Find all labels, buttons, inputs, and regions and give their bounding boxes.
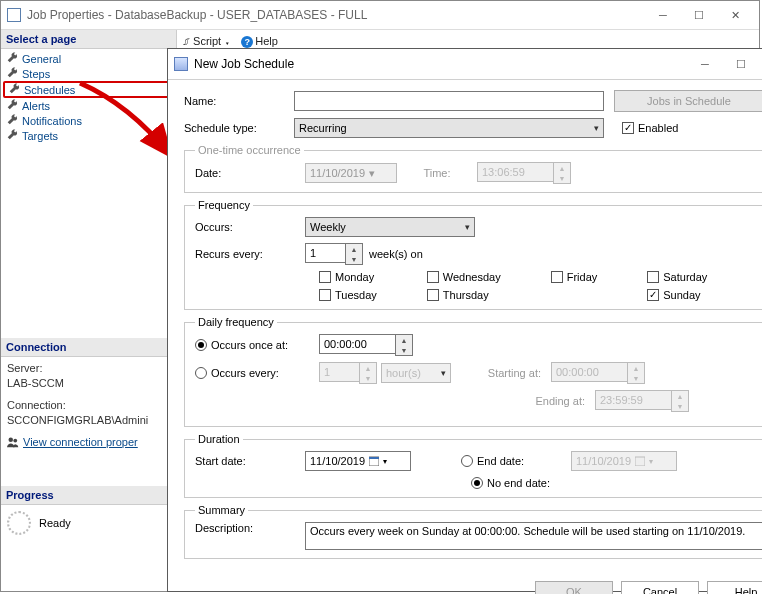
summary-legend: Summary xyxy=(195,504,248,516)
checkbox-icon xyxy=(622,122,634,134)
svg-point-0 xyxy=(9,437,14,442)
chevron-down-icon: ▾ xyxy=(594,123,599,133)
help-icon: ? xyxy=(241,36,253,48)
onetime-date-picker: 11/10/2019▾ xyxy=(305,163,397,183)
svg-point-1 xyxy=(13,438,17,442)
daily-legend: Daily frequency xyxy=(195,316,277,328)
summary-fieldset: Summary Description: xyxy=(184,504,762,559)
server-label: Server: xyxy=(7,361,170,376)
calendar-icon xyxy=(369,456,379,466)
window-title: Job Properties - DatabaseBackup - USER_D… xyxy=(27,8,645,22)
duration-fieldset: Duration Start date: 11/10/2019▾ End dat… xyxy=(184,433,762,498)
minimize-button[interactable]: ─ xyxy=(645,4,681,26)
occurs-every-unit-select: hour(s)▾ xyxy=(381,363,451,383)
description-label: Description: xyxy=(195,522,305,534)
progress-header: Progress xyxy=(1,486,176,505)
sunday-checkbox[interactable]: Sunday xyxy=(647,289,707,301)
dialog-title: New Job Schedule xyxy=(194,57,687,71)
chevron-down-icon: ▾ xyxy=(465,222,470,232)
titlebar: Job Properties - DatabaseBackup - USER_D… xyxy=(1,1,759,30)
progress-label: Ready xyxy=(39,517,71,529)
nav-notifications[interactable]: Notifications xyxy=(1,113,176,128)
occurs-every-spinner: ▲▼ xyxy=(319,362,377,384)
saturday-checkbox[interactable]: Saturday xyxy=(647,271,707,283)
friday-checkbox[interactable]: Friday xyxy=(551,271,598,283)
occurs-select[interactable]: Weekly▾ xyxy=(305,217,475,237)
nav-steps[interactable]: Steps xyxy=(1,66,176,81)
nav-general[interactable]: General xyxy=(1,51,176,66)
thursday-checkbox[interactable]: Thursday xyxy=(427,289,501,301)
frequency-fieldset: Frequency Occurs: Weekly▾ Recurs every: … xyxy=(184,199,762,310)
cancel-button[interactable]: Cancel xyxy=(621,581,699,594)
wednesday-checkbox[interactable]: Wednesday xyxy=(427,271,501,283)
schedule-type-label: Schedule type: xyxy=(184,122,294,134)
occurs-every-radio[interactable]: Occurs every: xyxy=(195,367,319,379)
nav-label: Alerts xyxy=(22,100,50,112)
name-input[interactable] xyxy=(294,91,604,111)
one-time-legend: One-time occurrence xyxy=(195,144,304,156)
minimize-button[interactable]: ─ xyxy=(687,53,723,75)
select-page-header: Select a page xyxy=(1,30,176,49)
wrench-icon xyxy=(7,114,18,127)
connection-value: SCCONFIGMGRLAB\Admini xyxy=(7,413,170,428)
svg-rect-4 xyxy=(635,457,645,466)
left-panel: Select a page General Steps Schedules Al… xyxy=(1,30,177,591)
occurs-once-time[interactable]: ▲▼ xyxy=(319,334,413,356)
time-label: Time: xyxy=(397,167,477,179)
help-button[interactable]: Help xyxy=(707,581,762,594)
enddate-picker: 11/10/2019▾ xyxy=(571,451,677,471)
maximize-button[interactable]: ☐ xyxy=(681,4,717,26)
page-nav: General Steps Schedules Alerts Notificat… xyxy=(1,49,176,145)
recur-unit-label: week(s) on xyxy=(369,248,423,260)
noenddate-radio[interactable]: No end date: xyxy=(471,477,550,489)
people-icon xyxy=(7,436,19,452)
ending-at-time: ▲▼ xyxy=(595,390,689,412)
nav-label: Notifications xyxy=(22,115,82,127)
spinner-icon xyxy=(7,511,31,535)
ok-button: OK xyxy=(535,581,613,594)
nav-label: General xyxy=(22,53,61,65)
name-label: Name: xyxy=(184,95,294,107)
recurs-label: Recurs every: xyxy=(195,248,305,260)
startdate-label: Start date: xyxy=(195,455,305,467)
enddate-radio[interactable]: End date: xyxy=(461,455,571,467)
wrench-icon xyxy=(7,129,18,142)
recur-spinner[interactable]: ▲▼ xyxy=(305,243,363,265)
nav-label: Steps xyxy=(22,68,50,80)
help-link[interactable]: ?Help xyxy=(241,35,278,48)
schedule-icon xyxy=(174,57,188,71)
enabled-checkbox[interactable]: Enabled xyxy=(622,122,678,134)
svg-rect-3 xyxy=(369,457,379,459)
occurs-once-radio[interactable]: Occurs once at: xyxy=(195,339,319,351)
connection-label: Connection: xyxy=(7,398,170,413)
dialog-titlebar: New Job Schedule ─ ☐ ✕ xyxy=(168,49,762,80)
duration-legend: Duration xyxy=(195,433,243,445)
schedule-type-select[interactable]: Recurring▾ xyxy=(294,118,604,138)
wrench-icon xyxy=(9,83,20,96)
connection-info: Server: LAB-SCCM Connection: SCCONFIGMGR… xyxy=(1,357,176,456)
nav-label: Schedules xyxy=(24,84,75,96)
startdate-picker[interactable]: 11/10/2019▾ xyxy=(305,451,411,471)
one-time-fieldset: One-time occurrence Date: 11/10/2019▾ Ti… xyxy=(184,144,762,193)
view-connection-link[interactable]: View connection proper xyxy=(23,436,138,448)
script-dropdown[interactable]: ⎎ Script ▾ xyxy=(183,35,231,47)
server-value: LAB-SCCM xyxy=(7,376,170,391)
new-job-schedule-dialog: New Job Schedule ─ ☐ ✕ Name: Jobs in Sch… xyxy=(167,48,762,592)
tuesday-checkbox[interactable]: Tuesday xyxy=(319,289,377,301)
maximize-button[interactable]: ☐ xyxy=(723,53,759,75)
frequency-legend: Frequency xyxy=(195,199,253,211)
occurs-label: Occurs: xyxy=(195,221,305,233)
app-icon xyxy=(7,8,21,22)
starting-at-label: Starting at: xyxy=(451,367,541,379)
monday-checkbox[interactable]: Monday xyxy=(319,271,377,283)
nav-targets[interactable]: Targets xyxy=(1,128,176,143)
nav-alerts[interactable]: Alerts xyxy=(1,98,176,113)
date-label: Date: xyxy=(195,167,305,179)
connection-header: Connection xyxy=(1,338,176,357)
description-text xyxy=(305,522,762,550)
starting-at-time: ▲▼ xyxy=(551,362,645,384)
nav-label: Targets xyxy=(22,130,58,142)
close-button[interactable]: ✕ xyxy=(717,4,753,26)
ending-at-label: Ending at: xyxy=(495,395,585,407)
nav-schedules[interactable]: Schedules xyxy=(3,81,174,98)
